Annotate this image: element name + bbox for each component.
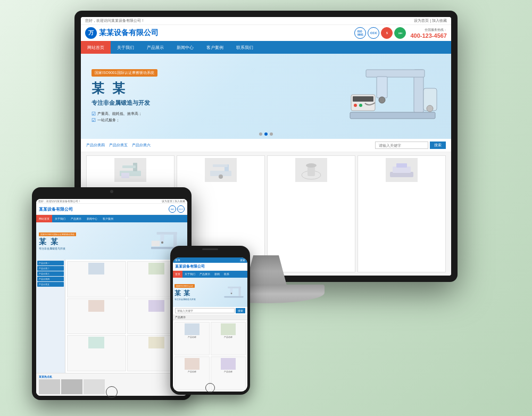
tablet-product-3[interactable] [67, 298, 126, 335]
svg-rect-3 [377, 77, 387, 98]
search-input[interactable] [375, 142, 428, 149]
tablet-body: 您好，欢迎访问某某设备有限公司！ 设为首页 | 加入收藏 某某设备有限公司 IS… [32, 187, 192, 400]
svg-point-35 [231, 293, 232, 294]
banner-check-2: ☑ 一站式服务； [92, 118, 323, 123]
nav-item-news[interactable]: 新闻中心 [170, 41, 200, 54]
tablet-nav-products[interactable]: 产品展示 [68, 215, 84, 222]
tablet-banner: 国家ISO9001国际认证摩擦驱动系统 某 某 专注非金属锻造与开发 [36, 222, 187, 260]
nav-item-clients[interactable]: 客户案例 [200, 41, 230, 54]
phone-product-1[interactable]: 产品名称 [174, 322, 210, 355]
phone-topbar-left: 菜单 [175, 259, 180, 262]
check-text-1: 产量高、能耗低、效率高； [97, 111, 142, 117]
nav-item-contact[interactable]: 联系我们 [230, 41, 260, 54]
tablet-product-img-2 [148, 263, 164, 274]
tablet-sidebar-1[interactable]: 产品分类一 [37, 261, 64, 265]
tablet-product-img-6 [148, 337, 164, 348]
phone-search-button[interactable]: 搜索 [236, 308, 245, 313]
web-logo: 万 某某设备有限公司 [85, 27, 159, 39]
svg-rect-34 [230, 288, 233, 293]
phone-search-row: 搜索 [173, 307, 247, 314]
tablet-main-content [65, 260, 187, 373]
tablet-sidebar-2[interactable]: 产品分类二 [37, 266, 64, 271]
phone-screen: 菜单 搜索 某某设备有限公司 首页 关于我们 产品展示 新闻 联系 [173, 257, 247, 392]
tablet-banner-text: 国家ISO9001国际认证摩擦驱动系统 某 某 专注非金属锻造与开发 [39, 232, 147, 250]
tablet-nav: 网站首页 关于我们 产品展示 新闻中心 客户案例 [36, 215, 187, 222]
tablet-screen: 您好，欢迎访问某某设备有限公司！ 设为首页 | 加入收藏 某某设备有限公司 IS… [36, 199, 187, 396]
phone-speaker [202, 248, 218, 250]
banner-check-1: ☑ 产量高、能耗低、效率高； [92, 111, 323, 117]
svg-rect-6 [353, 96, 373, 102]
phone-product-2[interactable]: 产品名称 [211, 322, 246, 355]
tablet-topbar: 您好，欢迎访问某某设备有限公司！ 设为首页 | 加入收藏 [36, 199, 187, 204]
tablet-product-1[interactable] [67, 261, 126, 297]
prod-cat-5[interactable]: 产品分类五 [109, 143, 128, 148]
phone-header: 某某设备有限公司 [173, 263, 247, 271]
phone-home-button[interactable] [205, 383, 215, 393]
product-item-3[interactable] [267, 155, 355, 272]
phone-banner-big: 某 某 [174, 289, 222, 298]
banner-dots [259, 132, 273, 136]
tablet-sidebar-5[interactable]: 产品分类五 [37, 282, 64, 287]
svg-rect-17 [213, 164, 228, 167]
search-button[interactable]: 搜索 [430, 142, 446, 149]
topbar-links: 设为首页 | 加入收藏 [414, 18, 447, 23]
product-item-4[interactable] [358, 155, 446, 272]
phone-product-name-3: 产品名称 [188, 370, 196, 373]
phone-product-4[interactable]: 产品名称 [211, 356, 246, 390]
scene: 您好，欢迎访问某某设备有限公司！ 设为首页 | 加入收藏 万 某某设备有限公司 … [0, 0, 532, 416]
phone-logo: 某某设备有限公司 [175, 264, 245, 269]
tablet-product-img-5 [88, 337, 104, 348]
tablet-banner-tag: 国家ISO9001国际认证摩擦驱动系统 [39, 232, 76, 236]
svg-rect-0 [350, 112, 435, 119]
tablet-nav-about[interactable]: 关于我们 [52, 215, 68, 222]
svg-rect-2 [366, 70, 425, 77]
phone-nav-about[interactable]: 关于我们 [182, 271, 197, 278]
tablet-footer-img-1 [39, 379, 60, 394]
iso-badge: ISO9001 [354, 27, 366, 39]
tablet-topbar-links: 设为首页 | 加入收藏 [162, 199, 185, 203]
phone-search-input[interactable] [175, 308, 235, 313]
tablet-topbar-text: 您好，欢迎访问某某设备有限公司！ [38, 199, 81, 203]
phone-banner-text: 国家ISO9001认证 某 某 专注非金属锻造与开发 [174, 284, 222, 301]
nav-item-products[interactable]: 产品展示 [140, 41, 170, 54]
phone-nav-contact[interactable]: 联系 [222, 271, 231, 278]
svg-rect-13 [122, 165, 136, 168]
prod-cat-6[interactable]: 产品分类六 [132, 143, 151, 148]
phone-banner-sub: 专注非金属锻造与开发 [174, 298, 222, 301]
hotline-box: 全国服务热线： 400-123-4567 [410, 28, 447, 39]
nav-item-about[interactable]: 关于我们 [111, 41, 140, 54]
phone-nav-home[interactable]: 首页 [173, 271, 182, 278]
phone-machine [222, 282, 246, 303]
tablet-nav-home[interactable]: 网站首页 [36, 215, 52, 222]
phone-nav-news[interactable]: 新闻 [212, 271, 222, 278]
s-badge: S [381, 27, 393, 39]
tablet-sidebar-3[interactable]: 产品分类三 [37, 271, 64, 276]
phone-nav-products[interactable]: 产品展示 [197, 271, 212, 278]
phone-product-name-2: 产品名称 [224, 336, 232, 338]
svg-point-29 [161, 241, 163, 243]
phone-banner-tag: 国家ISO9001认证 [174, 284, 195, 288]
tablet-product-5[interactable] [67, 335, 126, 371]
tablet-nav-news[interactable]: 新闻中心 [84, 215, 100, 222]
tablet-nav-clients[interactable]: 客户案例 [100, 215, 116, 222]
banner-left: 国家ISO9001国际认证摩擦驱动系统 某 某 专注非金属锻造与开发 ☑ 产量高… [81, 64, 334, 129]
svg-rect-14 [121, 173, 129, 178]
prod-cat-4[interactable]: 产品分类四 [86, 143, 105, 148]
tablet: 您好，欢迎访问某某设备有限公司！ 设为首页 | 加入收藏 某某设备有限公司 IS… [32, 187, 192, 400]
svg-point-4 [379, 97, 385, 103]
dot-2 [264, 132, 268, 136]
product-image-4 [386, 158, 418, 182]
dot-1 [259, 132, 262, 136]
tablet-website: 您好，欢迎访问某某设备有限公司！ 设为首页 | 加入收藏 某某设备有限公司 IS… [36, 199, 187, 396]
phone-nav: 首页 关于我们 产品展示 新闻 联系 [173, 271, 247, 278]
product-nav: 产品分类四 产品分类五 产品分类六 搜索 [81, 139, 451, 152]
phone-product-img-2 [221, 323, 236, 335]
svg-point-18 [219, 174, 223, 179]
tablet-cert-ccc: CCC [177, 205, 185, 213]
phone-product-3[interactable]: 产品名称 [174, 356, 210, 390]
product-image-3 [295, 158, 327, 182]
tablet-sidebar-4[interactable]: 产品分类四 [37, 277, 64, 281]
nav-item-home[interactable]: 网站首页 [81, 41, 111, 54]
cert-badges: ISO9001 CCC S 24H [354, 27, 406, 39]
tablet-home-button[interactable] [106, 386, 118, 398]
